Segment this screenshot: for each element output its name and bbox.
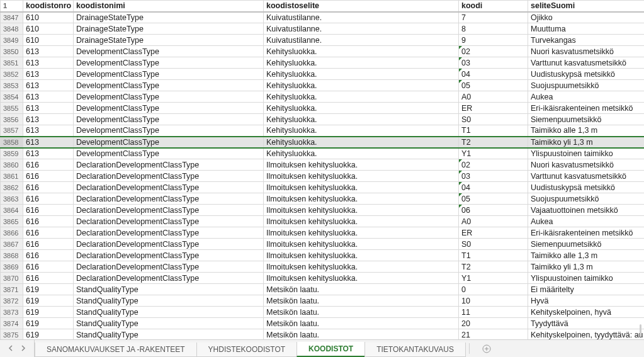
cell-selitesuomi[interactable]: Siemenpuumetsikkö (528, 239, 645, 250)
cell-koodistonro[interactable]: 619 (23, 295, 74, 307)
cell-selitesuomi[interactable]: Eri-ikäisrakenteinen metsikkö (528, 227, 645, 239)
cell-koodi[interactable]: 10 (459, 295, 528, 307)
cell-koodistonimi[interactable]: StandQualityType (74, 329, 264, 341)
cell-koodistonro[interactable]: 616 (23, 159, 74, 171)
cell-selitesuomi[interactable]: Taimikko alle 1,3 m (528, 125, 645, 137)
table-row[interactable]: 3855613DevelopmentClassTypeKehitysluokka… (1, 103, 645, 114)
cell-selitesuomi[interactable]: Ojikko (528, 12, 645, 23)
cell-koodistonro[interactable]: 610 (23, 12, 74, 23)
cell-koodistonimi[interactable]: DeclarationDevelopmentClassType (74, 239, 264, 250)
cell-koodistoselite[interactable]: Metsikön laatu. (264, 295, 459, 307)
col-header-selitesuomi[interactable]: seliteSuomi (528, 1, 645, 12)
cell-koodistoselite[interactable]: Kehitysluokka. (264, 80, 459, 91)
cell-koodi[interactable]: T2 (459, 137, 528, 148)
sheet-tab[interactable]: KOODISTOT (297, 342, 365, 357)
cell-koodistoselite[interactable]: Ilmoituksen kehitysluokka. (264, 227, 459, 239)
row-number[interactable]: 3849 (1, 35, 23, 46)
cell-koodi[interactable]: T2 (459, 261, 528, 273)
table-row[interactable]: 3869616DeclarationDevelopmentClassTypeIl… (1, 261, 645, 273)
select-all-cell[interactable]: 1 (1, 1, 23, 12)
cell-koodistoselite[interactable]: Kuivatustilanne. (264, 23, 459, 35)
cell-koodistoselite[interactable]: Kehitysluokka. (264, 148, 459, 159)
cell-selitesuomi[interactable]: Aukea (528, 91, 645, 103)
cell-koodi[interactable]: 20 (459, 318, 528, 329)
cell-koodi[interactable]: Y1 (459, 273, 528, 284)
row-number[interactable]: 3854 (1, 91, 23, 103)
cell-koodistonimi[interactable]: DeclarationDevelopmentClassType (74, 171, 264, 182)
table-row[interactable]: 3853613DevelopmentClassTypeKehitysluokka… (1, 80, 645, 91)
cell-koodistonro[interactable]: 619 (23, 307, 74, 318)
cell-selitesuomi[interactable]: Taimikko alle 1,3 m (528, 250, 645, 261)
cell-koodistonro[interactable]: 616 (23, 250, 74, 261)
cell-koodistonro[interactable]: 610 (23, 23, 74, 35)
col-header-koodistonimi[interactable]: koodistonimi (74, 1, 264, 12)
cell-koodi[interactable]: 7 (459, 12, 528, 23)
cell-selitesuomi[interactable]: Siemenpuumetsikkö (528, 114, 645, 125)
row-number[interactable]: 3865 (1, 216, 23, 227)
cell-koodistonimi[interactable]: StandQualityType (74, 284, 264, 295)
table-row[interactable]: 3857613DevelopmentClassTypeKehitysluokka… (1, 125, 645, 137)
cell-koodistoselite[interactable]: Metsikön laatu. (264, 307, 459, 318)
cell-koodistoselite[interactable]: Ilmoituksen kehitysluokka. (264, 193, 459, 205)
table-row[interactable]: 3863616DeclarationDevelopmentClassTypeIl… (1, 193, 645, 205)
cell-selitesuomi[interactable]: Vajaatuottoinen metsikkö (528, 205, 645, 216)
row-number[interactable]: 3847 (1, 12, 23, 23)
cell-koodistonro[interactable]: 616 (23, 239, 74, 250)
cell-koodistonro[interactable]: 613 (23, 114, 74, 125)
table-row[interactable]: 3847610DrainageStateTypeKuivatustilanne.… (1, 12, 645, 23)
cell-koodistoselite[interactable]: Metsikön laatu. (264, 329, 459, 341)
row-number[interactable]: 3875 (1, 329, 23, 341)
cell-selitesuomi[interactable]: Suojuspuumetsikkö (528, 80, 645, 91)
cell-koodistoselite[interactable]: Ilmoituksen kehitysluokka. (264, 261, 459, 273)
cell-koodistoselite[interactable]: Kehitysluokka. (264, 103, 459, 114)
table-row[interactable]: 3856613DevelopmentClassTypeKehitysluokka… (1, 114, 645, 125)
row-number[interactable]: 3864 (1, 205, 23, 216)
cell-koodistonimi[interactable]: DrainageStateType (74, 12, 264, 23)
cell-koodistoselite[interactable]: Ilmoituksen kehitysluokka. (264, 250, 459, 261)
cell-selitesuomi[interactable]: Taimikko yli 1,3 m (528, 261, 645, 273)
cell-koodistonro[interactable]: 613 (23, 103, 74, 114)
table-row[interactable]: 3850613DevelopmentClassTypeKehitysluokka… (1, 46, 645, 57)
table-row[interactable]: 3862616DeclarationDevelopmentClassTypeIl… (1, 182, 645, 193)
cell-koodistoselite[interactable]: Ilmoituksen kehitysluokka. (264, 216, 459, 227)
cell-koodistonimi[interactable]: DeclarationDevelopmentClassType (74, 273, 264, 284)
cell-koodistonro[interactable]: 616 (23, 227, 74, 239)
cell-koodistonro[interactable]: 616 (23, 205, 74, 216)
cell-selitesuomi[interactable]: Uudistuskypsä metsikkö (528, 69, 645, 80)
cell-koodi[interactable]: Y1 (459, 148, 528, 159)
spreadsheet-grid[interactable]: 1 koodistonro koodistonimi koodistoselit… (0, 0, 644, 341)
col-header-koodistonro[interactable]: koodistonro (23, 1, 74, 12)
cell-selitesuomi[interactable]: Muuttuma (528, 23, 645, 35)
cell-koodistonro[interactable]: 616 (23, 193, 74, 205)
row-number[interactable]: 3873 (1, 307, 23, 318)
cell-koodistonimi[interactable]: DrainageStateType (74, 35, 264, 46)
row-number[interactable]: 3863 (1, 193, 23, 205)
cell-koodistoselite[interactable]: Kehitysluokka. (264, 69, 459, 80)
row-number[interactable]: 3871 (1, 284, 23, 295)
cell-selitesuomi[interactable]: Ylispuustoinen taimikko (528, 273, 645, 284)
cell-koodistonimi[interactable]: DevelopmentClassType (74, 125, 264, 137)
cell-selitesuomi[interactable]: Suojuspuumetsikkö (528, 193, 645, 205)
row-number[interactable]: 3857 (1, 125, 23, 137)
row-number[interactable]: 3848 (1, 23, 23, 35)
table-row[interactable]: 3851613DevelopmentClassTypeKehitysluokka… (1, 57, 645, 69)
cell-koodistonimi[interactable]: StandQualityType (74, 295, 264, 307)
cell-koodistonro[interactable]: 619 (23, 284, 74, 295)
cell-koodistonro[interactable]: 619 (23, 329, 74, 341)
cell-koodistoselite[interactable]: Ilmoituksen kehitysluokka. (264, 171, 459, 182)
cell-koodistonimi[interactable]: DeclarationDevelopmentClassType (74, 227, 264, 239)
cell-koodi[interactable]: 02 (459, 46, 528, 57)
row-number[interactable]: 3860 (1, 159, 23, 171)
cell-koodistonro[interactable]: 610 (23, 35, 74, 46)
table-row[interactable]: 3874619StandQualityTypeMetsikön laatu.20… (1, 318, 645, 329)
cell-koodistonro[interactable]: 613 (23, 148, 74, 159)
cell-koodi[interactable]: 05 (459, 80, 528, 91)
row-number[interactable]: 3850 (1, 46, 23, 57)
cell-koodistonro[interactable]: 613 (23, 91, 74, 103)
cell-koodistoselite[interactable]: Ilmoituksen kehitysluokka. (264, 159, 459, 171)
row-number[interactable]: 3859 (1, 148, 23, 159)
cell-koodistoselite[interactable]: Kehitysluokka. (264, 125, 459, 137)
cell-koodistonro[interactable]: 619 (23, 318, 74, 329)
cell-koodi[interactable]: A0 (459, 91, 528, 103)
col-header-koodi[interactable]: koodi (459, 1, 528, 12)
